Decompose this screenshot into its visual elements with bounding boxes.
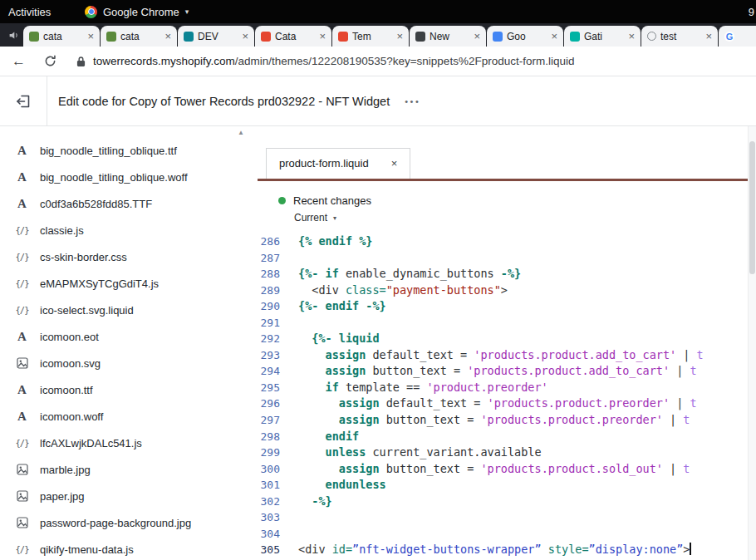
- browser-tab[interactable]: G×: [719, 26, 756, 47]
- file-item[interactable]: {/}lfcAXLwjkDALc541.js: [0, 430, 258, 456]
- file-item[interactable]: Abig_noodle_titling_oblique.ttf: [0, 137, 258, 164]
- file-item[interactable]: paper.jpg: [0, 483, 258, 509]
- line-number: 297: [258, 412, 291, 429]
- scrollbar-thumb[interactable]: [749, 141, 755, 274]
- file-item[interactable]: {/}ico-select.svg.liquid: [0, 297, 258, 323]
- code-text: [291, 526, 298, 543]
- file-item[interactable]: Aicomoon.ttf: [0, 376, 258, 403]
- code-line[interactable]: 294 assign button_text = 'products.produ…: [258, 363, 756, 380]
- tab-label: cata: [120, 31, 160, 42]
- browser-tab[interactable]: Goo×: [487, 26, 563, 47]
- browser-tab[interactable]: cata×: [23, 26, 100, 47]
- tab-label: New: [430, 31, 469, 42]
- code-line[interactable]: 291: [258, 315, 756, 332]
- code-line[interactable]: 301 endunless: [258, 477, 756, 494]
- line-number: 302: [258, 494, 291, 510]
- file-item[interactable]: marble.jpg: [0, 456, 258, 483]
- file-name: cs-skin-border.css: [40, 251, 127, 263]
- code-line[interactable]: 289 <div class="payment-buttons">: [258, 282, 756, 299]
- code-line[interactable]: 298 endif: [258, 429, 756, 445]
- code-line[interactable]: 297 assign button_text = 'products.produ…: [258, 412, 756, 429]
- browser-tab[interactable]: DEV×: [178, 26, 254, 47]
- code-text: {% endif %}: [291, 233, 372, 250]
- file-item[interactable]: Aicomoon.eot: [0, 323, 258, 350]
- file-item[interactable]: {/}classie.js: [0, 217, 258, 243]
- code-text: assign button_text = 'products.product.a…: [291, 363, 697, 380]
- tab-label: cata: [43, 31, 83, 42]
- recent-changes: Recent changes Current ▾: [258, 194, 756, 224]
- code-line[interactable]: 304: [258, 526, 756, 543]
- code-line[interactable]: 302 -%}: [258, 494, 756, 510]
- audio-speaker-icon[interactable]: [8, 30, 19, 41]
- tab-label: DEV: [198, 31, 238, 42]
- file-item[interactable]: {/}qikify-tmenu-data.js: [0, 536, 258, 560]
- code-text: -%}: [291, 494, 332, 510]
- back-button[interactable]: ←: [12, 53, 26, 70]
- chrome-app-menu[interactable]: Google Chrome ▾: [85, 6, 189, 18]
- browser-tab[interactable]: Tem×: [332, 26, 409, 47]
- file-item[interactable]: {/}eMAPMXSyTCgGdiT4.js: [0, 270, 258, 297]
- file-item[interactable]: Abig_noodle_titling_oblique.woff: [0, 164, 258, 190]
- editor-main: product-form.liquid × Recent changes Cur…: [258, 126, 756, 560]
- caret-down-icon: ▾: [185, 7, 189, 16]
- code-line[interactable]: 287: [258, 250, 756, 267]
- tab-close-icon[interactable]: ×: [474, 30, 480, 42]
- tab-favicon: [415, 32, 425, 42]
- tab-close-icon[interactable]: ×: [551, 30, 557, 42]
- code-line[interactable]: 299 unless current_variant.available: [258, 445, 756, 461]
- tab-close-icon[interactable]: ×: [319, 30, 326, 42]
- clock[interactable]: 9: [749, 6, 754, 18]
- file-item[interactable]: Ac0df3a6b528fdd85.TTF: [0, 190, 258, 217]
- exit-code-editor-button[interactable]: [0, 76, 47, 125]
- tab-close-icon[interactable]: ×: [242, 30, 248, 42]
- tab-close-icon[interactable]: ×: [628, 30, 635, 42]
- tab-favicon: [29, 32, 39, 42]
- code-line[interactable]: 293 assign default_text = 'products.prod…: [258, 347, 756, 364]
- tab-favicon: [184, 32, 194, 42]
- file-name: lfcAXLwjkDALc541.js: [40, 437, 142, 449]
- scroll-up-arrow[interactable]: ▲: [238, 129, 244, 136]
- browser-tab[interactable]: Cata×: [255, 26, 331, 47]
- file-tab[interactable]: product-form.liquid ×: [266, 148, 410, 179]
- image-file-icon: [15, 357, 29, 369]
- code-line[interactable]: 296 assign default_text = 'products.prod…: [258, 395, 756, 412]
- browser-tab[interactable]: test×: [641, 26, 718, 47]
- code-line[interactable]: 303: [258, 509, 756, 526]
- code-line[interactable]: 290{%- endif -%}: [258, 298, 756, 315]
- file-tab-close-icon[interactable]: ×: [391, 157, 398, 169]
- image-file-icon: [15, 490, 29, 502]
- code-file-icon: {/}: [15, 279, 29, 288]
- file-item[interactable]: Aicomoon.woff: [0, 403, 258, 430]
- file-item[interactable]: icomoon.svg: [0, 350, 258, 376]
- tab-close-icon[interactable]: ×: [705, 30, 712, 42]
- code-line[interactable]: 292 {%- liquid: [258, 331, 756, 347]
- screen: Activities Google Chrome ▾ 9 cata×cata×D…: [0, 0, 756, 560]
- tab-close-icon[interactable]: ×: [396, 30, 403, 42]
- line-number: 290: [258, 298, 291, 315]
- code-line[interactable]: 286{% endif %}: [258, 233, 756, 250]
- page-scrollbar[interactable]: [748, 126, 756, 560]
- file-item[interactable]: password-page-background.jpg: [0, 509, 258, 536]
- activities-button[interactable]: Activities: [8, 6, 51, 18]
- version-dropdown[interactable]: Current ▾: [294, 212, 756, 224]
- code-line[interactable]: 295 if template == 'product.preorder': [258, 380, 756, 396]
- code-line[interactable]: 300 assign button_text = 'products.produ…: [258, 461, 756, 478]
- code-line[interactable]: 305<div id=”nft-widget-buttons-wrapper” …: [258, 542, 756, 558]
- tab-close-icon[interactable]: ×: [87, 30, 94, 42]
- browser-tab[interactable]: New×: [410, 26, 486, 47]
- more-options-button[interactable]: •••: [405, 96, 420, 106]
- browser-tab[interactable]: cata×: [101, 26, 177, 47]
- code-file-icon: {/}: [15, 545, 29, 554]
- file-item[interactable]: {/}cs-skin-border.css: [0, 243, 258, 270]
- tab-label: Gati: [584, 31, 624, 42]
- browser-tab[interactable]: Gati×: [564, 26, 641, 47]
- font-file-icon: A: [15, 198, 29, 210]
- code-line[interactable]: 288{%- if enable_dynamic_buttons -%}: [258, 266, 756, 282]
- tab-close-icon[interactable]: ×: [164, 30, 171, 42]
- text-cursor: [690, 543, 691, 555]
- file-name: eMAPMXSyTCgGdiT4.js: [40, 278, 159, 290]
- code-editor[interactable]: 286{% endif %}287288{%- if enable_dynami…: [258, 233, 756, 558]
- reload-button[interactable]: [44, 55, 56, 67]
- address-bar[interactable]: towerrecords.myshopify.com/admin/themes/…: [76, 55, 756, 67]
- line-number: 299: [258, 445, 291, 461]
